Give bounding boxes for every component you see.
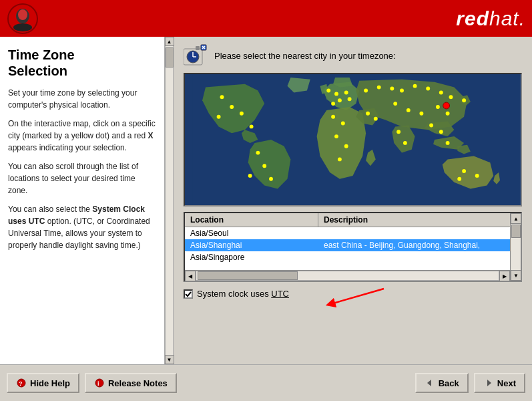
svg-point-45 (348, 97, 352, 101)
svg-point-40 (326, 89, 330, 93)
svg-point-32 (230, 105, 234, 109)
back-label: Back (439, 378, 459, 388)
table-header: Location Description (185, 213, 510, 227)
table-row[interactable]: Asia/Seoul (185, 227, 510, 239)
redhat-logo-icon (7, 3, 39, 35)
svg-marker-82 (427, 380, 431, 386)
sidebar-para-2: On the interactive map, click on a speci… (8, 118, 156, 154)
footer: ? Hide Help i Release Notes Back Next (0, 364, 532, 401)
svg-point-64 (446, 112, 450, 116)
svg-point-70 (443, 102, 450, 109)
svg-point-61 (407, 108, 411, 112)
utc-checkbox[interactable] (184, 289, 193, 299)
svg-point-52 (377, 86, 381, 90)
hscroll-thumb[interactable] (198, 271, 298, 280)
vscroll-thumb[interactable] (511, 225, 521, 238)
svg-point-65 (396, 130, 401, 134)
header: redhat. (0, 0, 532, 37)
svg-text:?: ? (19, 380, 23, 387)
hscroll-bar[interactable]: ◀ ▶ (185, 270, 510, 281)
table-row[interactable]: Asia/Singapore (185, 251, 510, 263)
sidebar-scrollbar[interactable]: ▲ ▼ (164, 37, 174, 364)
svg-point-51 (364, 89, 368, 93)
cell-location: Asia/Seoul (190, 229, 324, 238)
svg-point-42 (344, 91, 348, 95)
svg-point-80 (95, 379, 103, 387)
instruction-row: Please select the nearest city in your t… (184, 43, 522, 68)
sidebar-para-1: Set your time zone by selecting your com… (8, 87, 156, 111)
svg-point-48 (334, 134, 338, 138)
sidebar-para-4: You can also select the System Clock use… (8, 203, 156, 251)
utc-label: System clock uses UTC (197, 289, 289, 299)
hide-help-label: Hide Help (30, 378, 70, 388)
main-container: Time ZoneSelection Set your time zone by… (0, 37, 532, 364)
svg-point-36 (256, 151, 260, 155)
svg-point-49 (344, 144, 348, 148)
cell-location-selected: Asia/Shanghai (190, 241, 324, 250)
svg-point-73 (457, 177, 461, 181)
svg-point-34 (217, 115, 221, 119)
svg-point-57 (439, 91, 443, 95)
location-table-wrapper: Location Description Asia/Seoul Asia/Sha… (184, 212, 522, 282)
svg-point-74 (366, 112, 370, 116)
table-body: Asia/Seoul Asia/Shanghai east China - Be… (185, 227, 510, 270)
svg-point-62 (419, 112, 423, 116)
svg-marker-83 (487, 380, 491, 386)
svg-point-66 (403, 141, 407, 145)
footer-left: ? Hide Help i Release Notes (7, 373, 177, 393)
hscroll-left-arrow[interactable]: ◀ (185, 271, 196, 281)
hscroll-track[interactable] (196, 271, 499, 281)
scroll-thumb[interactable] (166, 47, 174, 68)
svg-point-56 (426, 87, 430, 91)
world-map[interactable] (184, 73, 522, 207)
sidebar: Time ZoneSelection Set your time zone by… (0, 37, 174, 364)
col-location: Location (185, 213, 318, 227)
content-area: Please select the nearest city in your t… (174, 37, 532, 364)
svg-point-68 (439, 130, 443, 134)
hscroll-right-arrow[interactable]: ▶ (499, 271, 510, 281)
sidebar-content: Time ZoneSelection Set your time zone by… (0, 37, 164, 364)
svg-point-69 (446, 141, 450, 145)
next-button[interactable]: Next (474, 373, 525, 393)
cell-description (324, 253, 505, 262)
sidebar-title: Time ZoneSelection (8, 47, 156, 79)
cell-location: Asia/Singapore (190, 253, 324, 262)
scroll-down-arrow[interactable]: ▼ (165, 355, 174, 364)
svg-point-44 (331, 102, 335, 106)
svg-point-41 (334, 92, 338, 96)
svg-point-33 (240, 112, 244, 116)
svg-point-75 (374, 117, 378, 121)
hide-help-button[interactable]: ? Hide Help (7, 373, 79, 393)
svg-point-50 (338, 157, 342, 161)
back-button[interactable]: Back (415, 373, 469, 393)
scroll-up-arrow[interactable]: ▲ (165, 37, 174, 46)
release-notes-icon: i (94, 378, 105, 388)
vscroll-up-arrow[interactable]: ▲ (511, 213, 521, 224)
svg-point-3 (18, 9, 27, 20)
svg-point-53 (390, 87, 394, 91)
scroll-track (165, 46, 174, 355)
brand-text: redhat. (456, 7, 525, 30)
sidebar-para-3: You can also scroll through the list of … (8, 160, 156, 196)
table-main: Location Description Asia/Seoul Asia/Sha… (185, 213, 510, 281)
svg-point-47 (341, 122, 345, 126)
svg-point-39 (269, 177, 273, 181)
svg-line-77 (330, 289, 384, 304)
vscroll-bar[interactable]: ▲ ▼ (510, 213, 521, 281)
svg-point-55 (413, 84, 417, 88)
vscroll-track (511, 224, 521, 270)
release-notes-button[interactable]: i Release Notes (85, 373, 177, 393)
next-icon (483, 378, 494, 388)
svg-point-59 (462, 98, 466, 102)
hide-help-icon: ? (16, 378, 27, 388)
header-logo (7, 3, 39, 35)
table-row-selected[interactable]: Asia/Shanghai east China - Beijing, Guan… (185, 239, 510, 251)
annotation-arrow-utc (317, 285, 397, 312)
back-icon (425, 378, 435, 388)
svg-point-43 (338, 98, 342, 102)
release-notes-label: Release Notes (108, 378, 168, 388)
svg-point-71 (462, 169, 466, 173)
vscroll-down-arrow[interactable]: ▼ (511, 270, 521, 281)
svg-point-58 (449, 95, 453, 99)
svg-text:i: i (97, 380, 99, 387)
